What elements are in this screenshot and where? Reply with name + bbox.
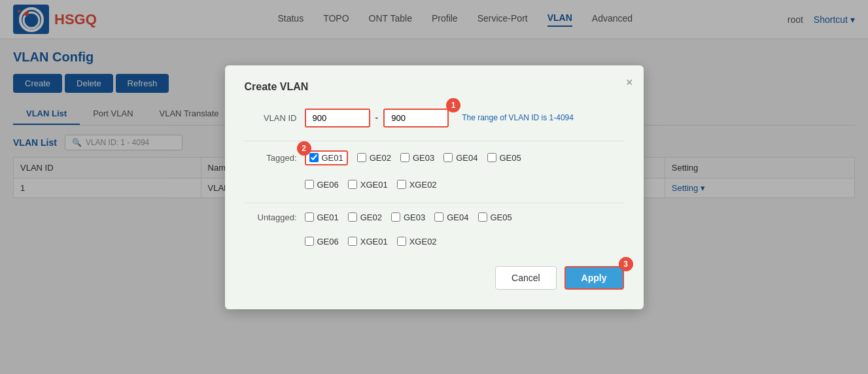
step-badge-1: 1 bbox=[446, 98, 460, 112]
untagged-row2: GE06 XGE01 XGE02 bbox=[305, 237, 624, 246]
untagged-ge02-label: GE02 bbox=[360, 212, 382, 222]
tagged-ge02-item[interactable]: GE02 bbox=[357, 153, 391, 163]
tagged-row2: GE06 XGE01 XGE02 bbox=[305, 180, 624, 190]
tagged-xge02-label: XGE02 bbox=[409, 180, 437, 190]
untagged-ge05-item[interactable]: GE05 bbox=[478, 212, 512, 222]
untagged-ge04-label: GE04 bbox=[447, 212, 468, 222]
tagged-ge02-label: GE02 bbox=[370, 153, 391, 163]
modal-close-button[interactable]: × bbox=[626, 76, 633, 90]
tagged-label: Tagged: bbox=[245, 153, 297, 163]
tagged-xge01-item[interactable]: XGE01 bbox=[348, 180, 388, 190]
tagged-ge01-item[interactable]: GE01 2 bbox=[305, 150, 348, 165]
apply-button[interactable]: Apply bbox=[564, 266, 624, 290]
vlan-id-start-input[interactable] bbox=[305, 109, 370, 128]
modal-buttons: Cancel Apply 3 bbox=[245, 266, 624, 290]
untagged-xge02-item[interactable]: XGE02 bbox=[397, 237, 437, 246]
vlan-id-label: VLAN ID bbox=[245, 113, 297, 123]
untagged-ge01-label: GE01 bbox=[317, 212, 339, 222]
tagged-ge04-checkbox[interactable] bbox=[443, 153, 453, 162]
tagged-ge01-checkbox[interactable] bbox=[309, 153, 319, 162]
untagged-ge04-item[interactable]: GE04 bbox=[434, 212, 468, 222]
tagged-ge06-label: GE06 bbox=[317, 180, 339, 190]
apply-button-wrapper: Apply 3 bbox=[564, 266, 624, 290]
untagged-ge05-checkbox[interactable] bbox=[478, 212, 487, 222]
tagged-ge06-item[interactable]: GE06 bbox=[305, 180, 339, 190]
tagged-xge01-checkbox[interactable] bbox=[348, 180, 357, 189]
range-hint: The range of VLAN ID is 1-4094 bbox=[462, 113, 574, 122]
tagged-xge02-checkbox[interactable] bbox=[397, 180, 406, 189]
untagged-ge02-checkbox[interactable] bbox=[348, 212, 357, 222]
tagged-ge05-checkbox[interactable] bbox=[487, 153, 496, 162]
tagged-ge03-label: GE03 bbox=[413, 153, 434, 163]
create-vlan-modal: Create VLAN × VLAN ID - 1 The range of V… bbox=[225, 65, 644, 309]
untagged-label: Untagged: bbox=[245, 212, 297, 222]
untagged-ge01-checkbox[interactable] bbox=[305, 212, 314, 222]
tagged-row: Tagged: GE01 2 GE02 GE03 bbox=[245, 150, 624, 190]
untagged-row: Untagged: GE01 GE02 GE03 GE04 bbox=[245, 212, 624, 246]
untagged-xge01-checkbox[interactable] bbox=[348, 237, 357, 246]
modal-title: Create VLAN bbox=[245, 81, 624, 93]
tagged-ge03-item[interactable]: GE03 bbox=[400, 153, 434, 163]
tagged-xge01-label: XGE01 bbox=[360, 180, 388, 190]
tagged-ge06-checkbox[interactable] bbox=[305, 180, 314, 189]
untagged-xge02-checkbox[interactable] bbox=[397, 237, 406, 246]
untagged-ge06-item[interactable]: GE06 bbox=[305, 237, 339, 246]
tagged-ge05-label: GE05 bbox=[500, 153, 521, 163]
step-badge-3: 3 bbox=[619, 257, 633, 271]
tagged-xge02-item[interactable]: XGE02 bbox=[397, 180, 437, 190]
untagged-ge03-item[interactable]: GE03 bbox=[391, 212, 425, 222]
untagged-ge01-item[interactable]: GE01 bbox=[305, 212, 339, 222]
cancel-button[interactable]: Cancel bbox=[495, 266, 557, 290]
vlan-id-end-input[interactable] bbox=[383, 109, 449, 128]
tagged-ge03-checkbox[interactable] bbox=[400, 153, 409, 162]
vlan-id-row: VLAN ID - 1 The range of VLAN ID is 1-40… bbox=[245, 109, 624, 128]
untagged-ge02-item[interactable]: GE02 bbox=[348, 212, 382, 222]
untagged-ge05-label: GE05 bbox=[491, 212, 512, 222]
untagged-checkbox-group: GE01 GE02 GE03 GE04 GE05 bbox=[305, 212, 512, 222]
tagged-ge02-checkbox[interactable] bbox=[357, 153, 366, 162]
untagged-xge02-label: XGE02 bbox=[409, 237, 437, 246]
tagged-ge04-label: GE04 bbox=[456, 153, 477, 163]
tagged-ge01-label: GE01 bbox=[322, 153, 343, 163]
tagged-checkbox-group: GE01 2 GE02 GE03 GE04 G bbox=[305, 150, 521, 165]
untagged-xge01-item[interactable]: XGE01 bbox=[348, 237, 388, 246]
untagged-ge03-checkbox[interactable] bbox=[391, 212, 400, 222]
tagged-ge04-item[interactable]: GE04 bbox=[443, 153, 477, 163]
untagged-ge06-label: GE06 bbox=[317, 237, 339, 246]
untagged-xge01-label: XGE01 bbox=[360, 237, 388, 246]
untagged-ge04-checkbox[interactable] bbox=[434, 212, 443, 222]
modal-overlay: Create VLAN × VLAN ID - 1 The range of V… bbox=[0, 0, 868, 374]
vlan-id-group: - 1 bbox=[305, 109, 449, 128]
step-badge-2: 2 bbox=[297, 141, 311, 156]
tagged-ge05-item[interactable]: GE05 bbox=[487, 153, 521, 163]
untagged-ge06-checkbox[interactable] bbox=[305, 237, 314, 246]
vlan-id-separator: - bbox=[375, 112, 379, 123]
untagged-ge03-label: GE03 bbox=[404, 212, 425, 222]
